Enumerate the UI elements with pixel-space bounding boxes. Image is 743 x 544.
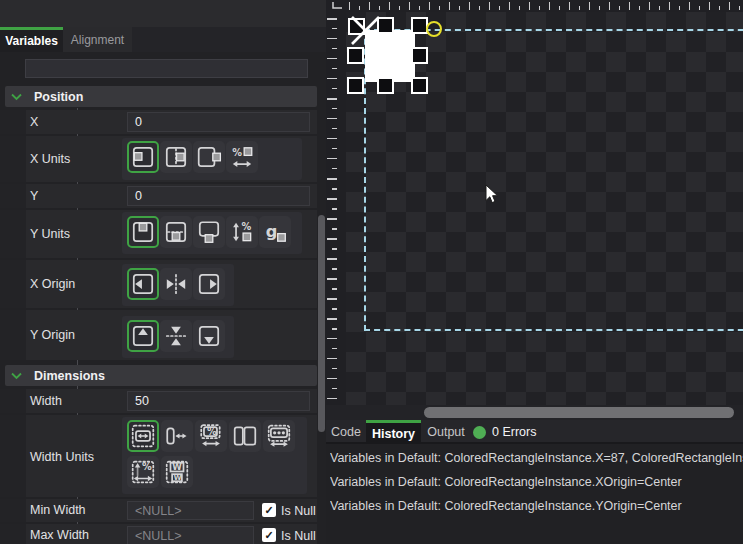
x-origin-right-button[interactable] <box>193 268 225 300</box>
width-units-percentage-of-container-button[interactable]: % <box>195 420 227 452</box>
depends-on-children-width-icon <box>266 423 292 449</box>
x-origin-left-button[interactable] <box>127 268 159 300</box>
row-width: Width <box>0 389 317 413</box>
row-gutter <box>0 210 26 258</box>
selection-handle-bottom-center[interactable] <box>377 77 394 94</box>
error-count-label[interactable]: 0 Errors <box>492 420 536 444</box>
width-units-absolute-button[interactable] <box>127 420 159 452</box>
y-units-label: Y Units <box>30 227 70 241</box>
selection-handle-middle-left[interactable] <box>347 47 364 64</box>
width-units-relative-to-children-button[interactable] <box>161 420 193 452</box>
row-gutter <box>0 415 26 497</box>
x-units-pixels-from-center-button[interactable] <box>160 141 192 173</box>
percentage-of-file-width-icon: W W <box>164 459 190 485</box>
row-gutter <box>0 499 26 522</box>
y-units-percentage-height-button[interactable]: % <box>226 216 258 248</box>
history-log-line: Variables in Default: ColoredRectangleIn… <box>330 446 743 470</box>
pixels-from-center-x-icon <box>163 144 189 170</box>
y-value-input[interactable] <box>127 186 310 206</box>
editor-canvas[interactable] <box>326 0 743 420</box>
width-value-input[interactable] <box>127 391 310 411</box>
max-width-label: Max Width <box>30 528 89 542</box>
tab-variables[interactable]: Variables <box>0 27 63 52</box>
x-value-input[interactable] <box>127 112 310 132</box>
y-origin-top-button[interactable] <box>127 320 159 352</box>
max-width-is-null-checkbox[interactable]: ✓ <box>262 528 276 542</box>
row-gutter <box>0 184 26 208</box>
pixels-from-left-icon <box>130 144 156 170</box>
origin-cross-marker <box>349 14 383 48</box>
min-width-value-input[interactable] <box>127 501 254 520</box>
row-gutter <box>0 136 26 182</box>
panel-scrollbar-thumb[interactable] <box>318 215 325 432</box>
x-origin-center-button[interactable] <box>160 268 192 300</box>
percentage-width-icon: % <box>229 144 255 170</box>
selection-handle-bottom-right[interactable] <box>411 77 428 94</box>
min-width-label: Min Width <box>30 503 86 517</box>
y-units-pixels-from-top-button[interactable] <box>127 216 159 248</box>
percentage-of-other-dimension-icon: % <box>130 459 156 485</box>
canvas-scrollbar-thumb[interactable] <box>424 407 734 418</box>
row-gutter <box>0 260 26 308</box>
origin-right-icon <box>196 271 222 297</box>
output-tab-bar: Code History Output 0 Errors <box>326 420 743 444</box>
mouse-cursor-icon <box>485 184 499 204</box>
selection-handle-top-right[interactable] <box>411 17 428 34</box>
history-log-line: Variables in Default: ColoredRectangleIn… <box>330 470 743 494</box>
width-units-relative-to-container-button[interactable] <box>229 420 261 452</box>
svg-text:%: % <box>232 147 242 158</box>
x-units-label: X Units <box>30 152 70 166</box>
x-label: X <box>30 115 38 129</box>
y-origin-bottom-button[interactable] <box>193 320 225 352</box>
section-header-dimensions[interactable]: Dimensions <box>5 365 317 386</box>
x-units-percentage-width-button[interactable]: % <box>226 141 258 173</box>
x-units-pixels-from-left-button[interactable] <box>127 141 159 173</box>
svg-text:%: % <box>142 461 152 472</box>
highlight-circle-marker <box>426 21 442 37</box>
is-null-label: Is Null <box>281 529 316 543</box>
origin-left-icon <box>130 271 156 297</box>
chevron-down-icon <box>11 372 22 380</box>
min-width-is-null-checkbox[interactable]: ✓ <box>262 503 276 517</box>
width-units-percentage-of-other-dimension-button[interactable]: % <box>127 456 159 488</box>
pixels-from-center-y-icon <box>163 219 189 245</box>
variable-search-input[interactable] <box>25 59 308 78</box>
row-max-width: Max Width ✓ Is Null <box>0 524 317 544</box>
row-width-units: Width Units % <box>0 415 317 497</box>
tab-history[interactable]: History <box>366 420 421 444</box>
x-units-pixels-from-right-button[interactable] <box>193 141 225 173</box>
percentage-of-container-width-icon: % <box>198 423 224 449</box>
tab-output[interactable]: Output <box>421 420 471 444</box>
screen-bounds-guide <box>364 29 743 331</box>
pixels-from-right-icon <box>196 144 222 170</box>
panel-scrollbar[interactable] <box>317 86 326 544</box>
y-origin-label: Y Origin <box>30 328 75 342</box>
row-gutter <box>0 524 26 544</box>
y-units-pixels-from-center-button[interactable] <box>160 216 192 248</box>
y-origin-center-button[interactable] <box>160 320 192 352</box>
width-units-percentage-of-file-width-button[interactable]: W W <box>161 456 193 488</box>
section-header-position[interactable]: Position <box>5 86 317 107</box>
panel-top-strip <box>0 0 326 27</box>
row-gutter <box>0 310 26 360</box>
y-units-pixels-from-bottom-button[interactable] <box>193 216 225 248</box>
section-title: Dimensions <box>34 369 105 383</box>
error-status-dot-icon <box>473 426 486 439</box>
svg-text:%: % <box>207 426 217 437</box>
selection-handle-bottom-left[interactable] <box>347 77 364 94</box>
width-units-label: Width Units <box>30 450 94 464</box>
relative-to-container-width-icon <box>232 423 258 449</box>
width-units-depends-on-children-button[interactable] <box>263 420 295 452</box>
pixels-from-top-icon <box>130 219 156 245</box>
canvas-horizontal-scrollbar[interactable] <box>326 405 743 420</box>
tab-code[interactable]: Code <box>326 420 366 444</box>
max-width-value-input[interactable] <box>127 526 254 544</box>
ruler-corner-icon <box>331 1 343 10</box>
row-min-width: Min Width ✓ Is Null <box>0 499 317 522</box>
selection-handle-middle-right[interactable] <box>411 47 428 64</box>
tab-alignment[interactable]: Alignment <box>63 27 132 52</box>
row-y-units: Y Units % <box>0 210 317 258</box>
origin-top-icon <box>130 323 156 349</box>
percentage-height-icon: % <box>229 219 255 245</box>
y-units-pixels-from-baseline-button[interactable]: g <box>259 216 291 248</box>
